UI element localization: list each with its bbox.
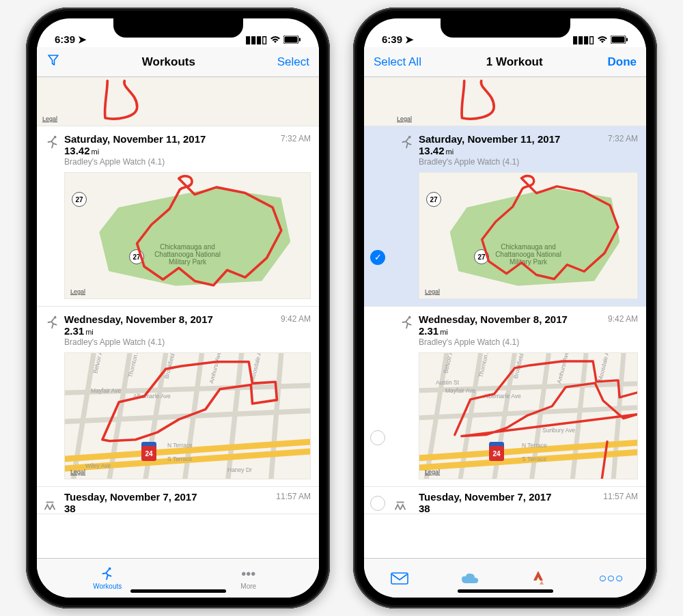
select-all-button[interactable]: Select All xyxy=(374,55,421,69)
running-icon xyxy=(41,313,64,330)
map-preview[interactable]: 24 Belvoir Ave Thornton Ave Brookfield A… xyxy=(419,352,638,479)
more-icon: ••• xyxy=(241,566,255,581)
email-button[interactable] xyxy=(364,559,434,598)
filter-button[interactable] xyxy=(46,53,60,70)
svg-rect-27 xyxy=(391,573,408,584)
navbar: Select All 1 Workout Done xyxy=(364,47,646,77)
workout-row[interactable]: Wednesday, November 8, 2017 2.31mi Bradl… xyxy=(37,307,319,487)
workout-date: Saturday, November 11, 2017 xyxy=(64,133,281,145)
map-preview[interactable]: 24 Belvoir Ave Thornton Ave Brookfield A… xyxy=(64,352,311,479)
legal-link[interactable]: Legal xyxy=(42,115,57,122)
select-button[interactable]: Select xyxy=(277,55,309,69)
workout-row[interactable]: Wednesday, November 8, 2017 2.31mi Bradl… xyxy=(364,307,646,487)
mail-icon xyxy=(391,571,408,586)
workout-distance: 2.31 xyxy=(64,325,84,337)
workout-list[interactable]: Legal ✓ Saturday, November 11, 2017 13.4… xyxy=(364,77,646,558)
cloud-icon xyxy=(460,571,479,586)
checkbox-checked[interactable]: ✓ xyxy=(370,250,385,265)
legal-link[interactable]: Legal xyxy=(397,115,412,122)
workout-row[interactable]: Tuesday, November 7, 2017 38 11:57 AM xyxy=(37,487,319,514)
workout-time: 11:57 AM xyxy=(276,491,311,514)
screen: 6:39 ➤ ▮▮▮▯ Select All 1 Workout Done Le… xyxy=(364,18,646,598)
running-icon xyxy=(99,566,115,581)
more-icon: ○○○ xyxy=(598,571,623,586)
done-button[interactable]: Done xyxy=(608,55,637,69)
home-indicator[interactable] xyxy=(458,589,553,593)
workout-time: 11:57 AM xyxy=(603,491,638,501)
battery-icon xyxy=(283,34,301,46)
notch xyxy=(113,18,243,38)
workout-source: Bradley's Apple Watch (4.1) xyxy=(419,157,608,167)
workout-distance: 13.42 xyxy=(64,145,90,156)
workout-time: 7:32 AM xyxy=(281,133,311,143)
page-title: 1 Workout xyxy=(486,55,543,69)
wifi-icon xyxy=(270,34,281,46)
workout-date: Wednesday, November 8, 2017 xyxy=(419,313,608,325)
workout-time: 9:42 AM xyxy=(608,313,638,324)
checkbox-unchecked[interactable] xyxy=(370,496,385,511)
screen: 6:39 ➤ ▮▮▮▯ Workouts Select Legal Saturd… xyxy=(37,18,319,598)
map-preview-partial[interactable]: Legal xyxy=(37,77,319,126)
page-title: Workouts xyxy=(142,55,195,69)
workout-date: Tuesday, November 7, 2017 xyxy=(419,491,603,503)
workout-source: Bradley's Apple Watch (4.1) xyxy=(64,337,281,347)
legal-link[interactable]: Legal xyxy=(70,288,85,295)
workout-unit: mi xyxy=(85,328,94,336)
battery-icon xyxy=(611,34,628,46)
notch xyxy=(441,18,570,38)
workout-source: Bradley's Apple Watch (4.1) xyxy=(419,337,608,347)
svg-rect-16 xyxy=(626,38,628,41)
strava-icon xyxy=(533,571,547,586)
signal-icon: ▮▮▮▯ xyxy=(572,33,594,46)
workout-row[interactable]: Tuesday, November 7, 2017 38 11:57 AM xyxy=(364,487,646,514)
workout-type-icon xyxy=(42,497,57,515)
legal-link[interactable]: Legal xyxy=(70,468,85,475)
map-preview[interactable]: 27 27 Chickamauga and Chattanooga Nation… xyxy=(64,172,311,299)
workout-row[interactable]: ✓ Saturday, November 11, 2017 13.42mi Br… xyxy=(364,126,646,307)
workout-type-icon xyxy=(393,497,408,515)
wifi-icon xyxy=(597,34,608,46)
status-time: 6:39 xyxy=(382,33,402,45)
workout-date: Tuesday, November 7, 2017 xyxy=(64,491,276,503)
map-preview[interactable]: 27 27 Chickamauga and Chattanooga Nation… xyxy=(419,172,638,299)
phone-left: 6:39 ➤ ▮▮▮▯ Workouts Select Legal Saturd… xyxy=(26,8,330,608)
tab-label: More xyxy=(240,583,256,590)
navbar: Workouts Select xyxy=(37,47,319,77)
workout-time: 9:42 AM xyxy=(281,313,311,324)
workout-date: Saturday, November 11, 2017 xyxy=(419,133,608,145)
tab-label: Workouts xyxy=(93,583,122,590)
workout-date: Wednesday, November 8, 2017 xyxy=(64,313,281,325)
legal-link[interactable]: Legal xyxy=(425,288,440,295)
svg-rect-15 xyxy=(612,36,625,42)
workout-unit: mi xyxy=(92,148,100,156)
workout-source: Bradley's Apple Watch (4.1) xyxy=(64,157,281,167)
running-icon xyxy=(41,133,64,150)
running-icon xyxy=(395,133,419,150)
legal-link[interactable]: Legal xyxy=(425,468,440,475)
running-icon xyxy=(395,313,419,330)
map-preview-partial[interactable]: Legal xyxy=(364,77,646,126)
home-indicator[interactable] xyxy=(130,589,226,593)
signal-icon: ▮▮▮▯ xyxy=(245,33,267,46)
status-time: 6:39 xyxy=(55,33,75,45)
workout-row[interactable]: Saturday, November 11, 2017 13.42mi Brad… xyxy=(37,126,319,307)
workout-time: 7:32 AM xyxy=(608,133,638,143)
location-icon: ➤ xyxy=(78,33,87,45)
svg-rect-2 xyxy=(299,38,301,41)
checkbox-unchecked[interactable] xyxy=(370,430,385,445)
svg-rect-1 xyxy=(285,36,298,42)
phone-right: 6:39 ➤ ▮▮▮▯ Select All 1 Workout Done Le… xyxy=(353,8,657,608)
more-button[interactable]: ○○○ xyxy=(576,559,646,598)
workout-list[interactable]: Legal Saturday, November 11, 2017 13.42m… xyxy=(37,77,319,558)
location-icon: ➤ xyxy=(405,33,414,45)
